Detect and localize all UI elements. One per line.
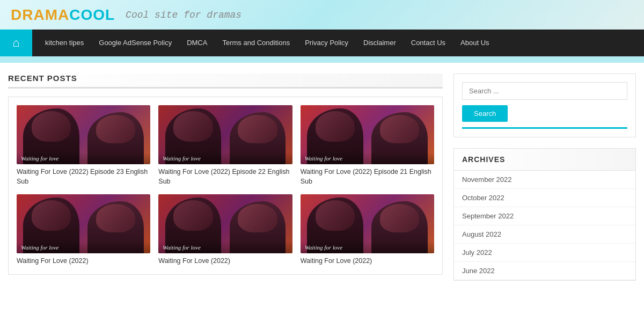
nav-item-contact[interactable]: Contact Us: [404, 30, 453, 56]
home-nav-button[interactable]: ⌂: [0, 30, 32, 56]
logo[interactable]: DRAMACOOL Cool site for dramas: [11, 6, 241, 24]
post-item-4[interactable]: Waiting for love Waiting For Love (2022): [17, 194, 150, 266]
archive-item-nov[interactable]: November 2022: [454, 171, 635, 189]
search-button[interactable]: Search: [462, 105, 508, 122]
post-thumbnail-4: Waiting for love: [17, 194, 150, 253]
posts-grid: Waiting for love Waiting For Love (2022)…: [17, 105, 434, 266]
archive-item-sep[interactable]: September 2022: [454, 207, 635, 225]
logo-drama: DRAMA: [11, 6, 69, 23]
search-widget: Search: [453, 74, 636, 137]
archive-item-oct[interactable]: October 2022: [454, 189, 635, 207]
recent-posts-title: Recent Posts: [8, 74, 443, 89]
archives-title: Archives: [454, 149, 635, 171]
nav-item-privacy[interactable]: Privacy Policy: [297, 30, 356, 56]
archive-item-aug[interactable]: August 2022: [454, 225, 635, 244]
post-overlay-text-4: Waiting for love: [17, 241, 150, 253]
sidebar: Search Archives November 2022 October 20…: [453, 74, 636, 291]
posts-grid-wrapper: Waiting for love Waiting For Love (2022)…: [8, 97, 443, 275]
post-item-5[interactable]: Waiting for love Waiting For Love (2022): [158, 194, 292, 266]
post-thumbnail-1: Waiting for love: [17, 105, 150, 164]
post-thumbnail-2: Waiting for love: [158, 105, 292, 164]
main-container: Recent Posts Waiting for love Waiting Fo…: [0, 63, 644, 302]
main-navbar: ⌂ kitchen tipes Google AdSense Policy DM…: [0, 30, 644, 56]
post-overlay-text-1: Waiting for love: [17, 152, 150, 164]
home-icon: ⌂: [12, 36, 19, 50]
post-title-1: Waiting For Love (2022) Episode 23 Engli…: [17, 167, 150, 186]
content-area: Recent Posts Waiting for love Waiting Fo…: [8, 74, 443, 291]
post-title-2: Waiting For Love (2022) Episode 22 Engli…: [158, 167, 292, 186]
teal-divider-bar: [0, 56, 644, 63]
search-input[interactable]: [462, 82, 627, 100]
post-item-1[interactable]: Waiting for love Waiting For Love (2022)…: [17, 105, 150, 186]
post-overlay-text-2: Waiting for love: [158, 152, 292, 164]
site-header: DRAMACOOL Cool site for dramas: [0, 0, 644, 30]
logo-cool: COOL: [69, 6, 115, 23]
nav-item-terms[interactable]: Terms and Conditions: [215, 30, 297, 56]
nav-item-adsense[interactable]: Google AdSense Policy: [91, 30, 179, 56]
post-item-2[interactable]: Waiting for love Waiting For Love (2022)…: [158, 105, 292, 186]
post-thumbnail-6: Waiting for love: [301, 194, 434, 253]
post-title-4: Waiting For Love (2022): [17, 257, 150, 266]
post-title-3: Waiting For Love (2022) Episode 21 Engli…: [301, 167, 434, 186]
archive-item-jul[interactable]: July 2022: [454, 244, 635, 262]
nav-item-disclaimer[interactable]: Disclaimer: [356, 30, 404, 56]
nav-item-kitchen[interactable]: kitchen tipes: [38, 30, 91, 56]
nav-item-about[interactable]: About Us: [453, 30, 496, 56]
post-thumbnail-3: Waiting for love: [301, 105, 434, 164]
archive-list: November 2022 October 2022 September 202…: [454, 171, 635, 280]
post-overlay-text-6: Waiting for love: [301, 241, 434, 253]
post-title-5: Waiting For Love (2022): [158, 257, 292, 266]
post-title-6: Waiting For Love (2022): [301, 257, 434, 266]
post-item-3[interactable]: Waiting for love Waiting For Love (2022)…: [301, 105, 434, 186]
post-item-6[interactable]: Waiting for love Waiting For Love (2022): [301, 194, 434, 266]
search-teal-divider: [462, 127, 627, 129]
logo-tagline: Cool site for dramas: [126, 10, 241, 20]
post-overlay-text-3: Waiting for love: [301, 152, 434, 164]
nav-item-dmca[interactable]: DMCA: [179, 30, 215, 56]
archives-widget: Archives November 2022 October 2022 Sept…: [453, 148, 636, 281]
archive-item-jun[interactable]: June 2022: [454, 262, 635, 280]
post-thumbnail-5: Waiting for love: [158, 194, 292, 253]
post-overlay-text-5: Waiting for love: [158, 241, 292, 253]
nav-items-list: kitchen tipes Google AdSense Policy DMCA…: [32, 30, 502, 56]
